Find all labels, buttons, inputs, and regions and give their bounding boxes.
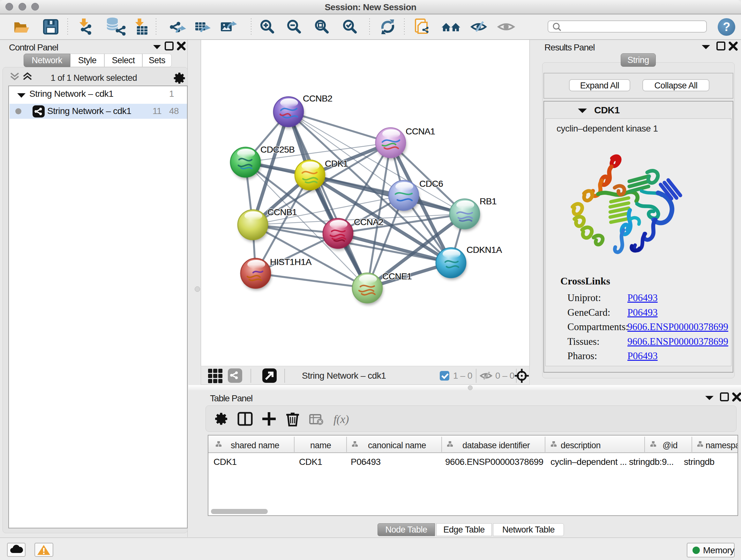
- svg-text:CDK1: CDK1: [325, 159, 348, 169]
- svg-text:@id: @id: [663, 441, 677, 450]
- svg-text:CCNB2: CCNB2: [303, 94, 332, 104]
- svg-text:CDKN1A: CDKN1A: [467, 245, 502, 255]
- svg-text:0 – 0: 0 – 0: [495, 371, 515, 381]
- svg-text:canonical name: canonical name: [368, 441, 426, 450]
- svg-text:CCNA1: CCNA1: [406, 126, 435, 136]
- svg-text:name: name: [310, 441, 331, 450]
- svg-text:CCNE1: CCNE1: [382, 271, 412, 281]
- svg-text:CDC6: CDC6: [419, 179, 443, 189]
- svg-text:CDC25B: CDC25B: [260, 145, 294, 154]
- svg-text:namespac: namespac: [705, 441, 738, 450]
- svg-text:CDK1: CDK1: [213, 457, 237, 467]
- svg-text:stringdb:9...: stringdb:9...: [629, 457, 674, 467]
- svg-text:1 – 0: 1 – 0: [453, 371, 472, 381]
- svg-text:database identifier: database identifier: [462, 441, 530, 450]
- svg-text:9606.ENSP00000378699: 9606.ENSP00000378699: [445, 457, 543, 467]
- svg-text:stringdb: stringdb: [684, 457, 715, 467]
- svg-text:cyclin–dependent ...: cyclin–dependent ...: [550, 457, 627, 467]
- svg-text:HIST1H1A: HIST1H1A: [270, 257, 312, 267]
- svg-text:shared name: shared name: [231, 441, 279, 450]
- svg-text:CCNB1: CCNB1: [267, 207, 297, 217]
- svg-text:CDK1: CDK1: [299, 457, 322, 467]
- svg-text:description: description: [561, 441, 601, 450]
- svg-text:RB1: RB1: [480, 196, 496, 206]
- svg-text:String Network – cdk1: String Network – cdk1: [302, 371, 386, 381]
- svg-text:f(x): f(x): [333, 413, 349, 426]
- svg-text:CCNA2: CCNA2: [354, 217, 383, 227]
- svg-text:P06493: P06493: [351, 457, 381, 467]
